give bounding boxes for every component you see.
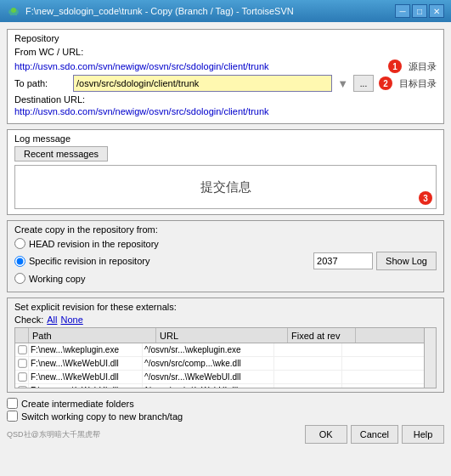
log-message-area[interactable]: 提交信息 3 bbox=[14, 165, 437, 209]
switch-working-copy-checkbox[interactable] bbox=[7, 411, 18, 422]
all-link[interactable]: All bbox=[47, 314, 57, 325]
table-row: F:\new...\WkeWebUI.dll ^/osvn/sr...\WkeW… bbox=[15, 371, 436, 384]
dest-url-text: http://usvn.sdo.com/svn/newigw/osvn/src/… bbox=[14, 106, 269, 116]
log-label: Log message bbox=[14, 133, 437, 144]
row-checkbox-3[interactable] bbox=[18, 372, 26, 381]
annotation-2: 2 bbox=[379, 76, 392, 90]
td-path-3: F:\new...\WkeWebUI.dll bbox=[29, 371, 143, 383]
minimize-button[interactable]: ─ bbox=[395, 4, 410, 18]
row-checkbox-1[interactable] bbox=[18, 345, 26, 354]
svg-point-3 bbox=[15, 14, 17, 15]
to-path-input[interactable] bbox=[73, 75, 332, 92]
switch-working-copy-label: Switch working copy to new branch/tag bbox=[21, 411, 183, 422]
ok-button[interactable]: OK bbox=[305, 425, 347, 444]
head-revision-row: HEAD revision in the repository bbox=[14, 238, 437, 249]
head-revision-radio[interactable] bbox=[14, 238, 25, 249]
td-rev-1 bbox=[274, 343, 342, 356]
td-url-4: ^/osvn/src/...\IeWebUI.dll bbox=[143, 384, 274, 388]
repository-label: Repository bbox=[14, 33, 437, 43]
target-dir-label: 目标目录 bbox=[399, 77, 437, 90]
dest-url-value-row: http://usvn.sdo.com/svn/newigw/osvn/src/… bbox=[14, 106, 437, 116]
scrollbar[interactable] bbox=[424, 328, 436, 388]
from-url-row: From WC / URL: bbox=[14, 47, 437, 57]
window-title: F:\new_sdologin_code\trunk - Copy (Branc… bbox=[25, 6, 294, 16]
annotation-1: 1 bbox=[388, 60, 402, 73]
copy-group-label: Create copy in the repository from: bbox=[14, 224, 437, 235]
row-checkbox-4[interactable] bbox=[18, 386, 26, 388]
browse-button[interactable]: ... bbox=[353, 75, 374, 92]
from-label: From WC / URL: bbox=[14, 47, 83, 57]
tortoise-icon bbox=[7, 4, 20, 18]
td-url-1: ^/osvn/sr...\wkeplugin.exe bbox=[143, 343, 274, 356]
title-bar: F:\new_sdologin_code\trunk - Copy (Branc… bbox=[0, 0, 451, 22]
specific-revision-label: Specific revision in repository bbox=[29, 256, 149, 266]
repository-group: Repository From WC / URL: http://usvn.sd… bbox=[7, 29, 444, 124]
dropdown-arrow: ▼ bbox=[337, 77, 348, 90]
working-copy-label: Working copy bbox=[29, 274, 85, 284]
watermark-text: QSD社@东明暗大千黑虎帮 bbox=[7, 429, 100, 440]
row-checkbox-2[interactable] bbox=[18, 359, 26, 367]
from-url-value-row: http://usvn.sdo.com/svn/newigw/osvn/src/… bbox=[14, 60, 437, 73]
log-group: Log message Recent messages 提交信息 3 bbox=[7, 129, 444, 215]
working-copy-row: Working copy bbox=[14, 273, 437, 284]
table-row: F:\new...\wkeplugin.exe ^/osvn/sr...\wke… bbox=[15, 343, 436, 357]
working-copy-radio[interactable] bbox=[14, 273, 25, 284]
td-path-2: F:\new...\WkeWebUI.dll bbox=[29, 357, 143, 370]
copy-group: Create copy in the repository from: HEAD… bbox=[7, 220, 444, 292]
specific-revision-row: Specific revision in repository Show Log bbox=[14, 252, 437, 270]
to-label: To path: bbox=[14, 78, 70, 88]
specific-revision-radio[interactable] bbox=[14, 256, 25, 267]
annotation-3: 3 bbox=[419, 191, 432, 205]
log-message-text: 提交信息 bbox=[200, 179, 251, 196]
dest-label: Destination URL: bbox=[14, 94, 85, 105]
head-revision-label: HEAD revision in the repository bbox=[29, 239, 159, 249]
td-rev-3 bbox=[274, 371, 342, 383]
none-link[interactable]: None bbox=[60, 314, 82, 325]
from-url-text: http://usvn.sdo.com/svn/newigw/osvn/src/… bbox=[14, 61, 383, 71]
td-rev-4 bbox=[274, 384, 342, 388]
dest-url-label-row: Destination URL: bbox=[14, 94, 437, 105]
externals-table: Path URL Fixed at rev F:\new...\wkeplugi… bbox=[14, 327, 437, 388]
show-log-button[interactable]: Show Log bbox=[376, 252, 437, 270]
table-row: F:\new_s...\IeWebUI.dll ^/osvn/src/...\I… bbox=[15, 384, 436, 388]
td-path-4: F:\new_s...\IeWebUI.dll bbox=[29, 384, 143, 388]
externals-label: Set explicit revision for these external… bbox=[14, 302, 437, 312]
intermediate-folders-label: Create intermediate folders bbox=[21, 399, 134, 409]
revision-input[interactable] bbox=[313, 252, 373, 269]
td-url-3: ^/osvn/sr...\WkeWebUI.dll bbox=[143, 371, 274, 383]
cancel-button[interactable]: Cancel bbox=[351, 425, 398, 444]
table-header: Path URL Fixed at rev bbox=[15, 328, 436, 343]
svg-point-2 bbox=[10, 14, 12, 15]
help-button[interactable]: Help bbox=[402, 425, 444, 444]
intermediate-folders-checkbox[interactable] bbox=[7, 398, 18, 409]
externals-group: Set explicit revision for these external… bbox=[7, 298, 444, 393]
maximize-button[interactable]: □ bbox=[412, 4, 427, 18]
externals-check-row: Check: All None bbox=[14, 314, 437, 325]
th-url: URL bbox=[156, 328, 288, 343]
intermediate-folders-row: Create intermediate folders bbox=[7, 398, 444, 409]
footer-buttons: OK Cancel Help bbox=[305, 425, 444, 444]
check-label: Check: bbox=[14, 314, 43, 325]
th-path: Path bbox=[29, 328, 156, 343]
svg-point-1 bbox=[11, 8, 16, 13]
table-body: F:\new...\wkeplugin.exe ^/osvn/sr...\wke… bbox=[15, 343, 436, 388]
recent-messages-button[interactable]: Recent messages bbox=[14, 146, 108, 162]
th-check bbox=[15, 328, 29, 343]
th-rev: Fixed at rev bbox=[288, 328, 356, 343]
to-path-row: To path: ▼ ... 2 目标目录 bbox=[14, 75, 437, 92]
td-path-1: F:\new...\wkeplugin.exe bbox=[29, 343, 143, 356]
table-row: F:\new...\WkeWebUI.dll ^/osvn/src/comp..… bbox=[15, 357, 436, 371]
source-dir-label: 源目录 bbox=[409, 60, 437, 73]
td-rev-2 bbox=[274, 357, 342, 370]
switch-working-copy-row: Switch working copy to new branch/tag bbox=[7, 411, 444, 422]
td-url-2: ^/osvn/src/comp...\wke.dll bbox=[143, 357, 274, 370]
footer: QSD社@东明暗大千黑虎帮 OK Cancel Help bbox=[7, 425, 444, 444]
close-button[interactable]: ✕ bbox=[429, 4, 444, 18]
